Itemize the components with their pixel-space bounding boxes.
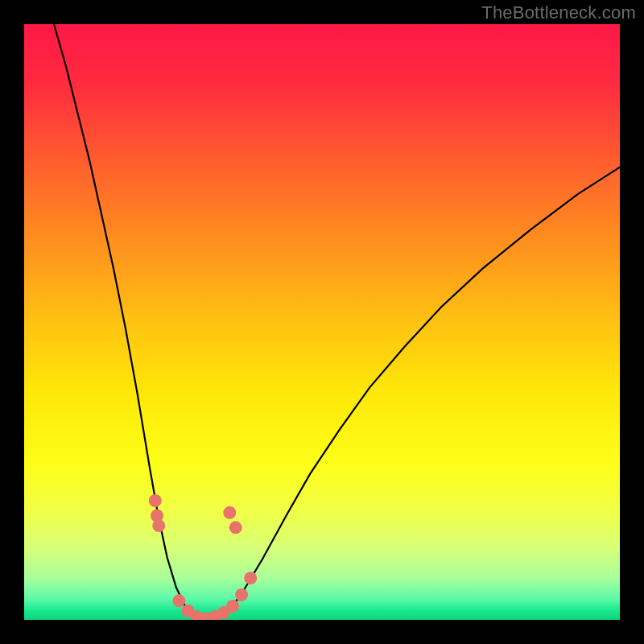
marker-dot: [235, 588, 248, 601]
marker-dot: [149, 494, 162, 507]
marker-dot: [223, 506, 236, 519]
gradient-bg: [24, 24, 620, 620]
marker-dot: [226, 600, 239, 613]
plot-area: [24, 24, 620, 620]
marker-dot: [229, 521, 242, 534]
marker-dot: [172, 594, 185, 607]
watermark-text: TheBottleneck.com: [481, 2, 636, 23]
marker-dot: [152, 519, 165, 532]
marker-dot: [244, 572, 257, 584]
chart-svg: [24, 24, 620, 620]
chart-frame: TheBottleneck.com: [0, 0, 644, 644]
